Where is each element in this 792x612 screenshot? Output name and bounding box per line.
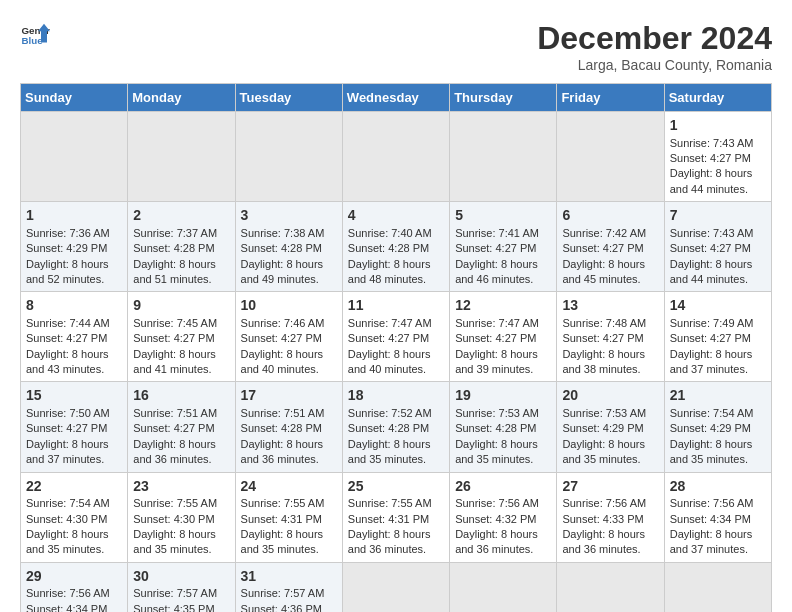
title-area: December 2024 Larga, Bacau County, Roman…: [537, 20, 772, 73]
day-number: 31: [241, 567, 337, 587]
day-info: Sunrise: 7:40 AM Sunset: 4:28 PM Dayligh…: [348, 226, 444, 288]
day-info: Sunrise: 7:56 AM Sunset: 4:32 PM Dayligh…: [455, 496, 551, 558]
day-info: Sunrise: 7:41 AM Sunset: 4:27 PM Dayligh…: [455, 226, 551, 288]
day-number: 1: [670, 116, 766, 136]
calendar-cell: 17Sunrise: 7:51 AM Sunset: 4:28 PM Dayli…: [235, 382, 342, 472]
calendar-cell: [342, 112, 449, 202]
calendar-cell: 19Sunrise: 7:53 AM Sunset: 4:28 PM Dayli…: [450, 382, 557, 472]
day-info: Sunrise: 7:38 AM Sunset: 4:28 PM Dayligh…: [241, 226, 337, 288]
day-number: 2: [133, 206, 229, 226]
day-info: Sunrise: 7:50 AM Sunset: 4:27 PM Dayligh…: [26, 406, 122, 468]
col-sunday: Sunday: [21, 84, 128, 112]
calendar-cell: 8Sunrise: 7:44 AM Sunset: 4:27 PM Daylig…: [21, 292, 128, 382]
calendar-cell: 20Sunrise: 7:53 AM Sunset: 4:29 PM Dayli…: [557, 382, 664, 472]
col-tuesday: Tuesday: [235, 84, 342, 112]
day-info: Sunrise: 7:49 AM Sunset: 4:27 PM Dayligh…: [670, 316, 766, 378]
calendar-cell: [450, 112, 557, 202]
day-number: 28: [670, 477, 766, 497]
day-info: Sunrise: 7:47 AM Sunset: 4:27 PM Dayligh…: [348, 316, 444, 378]
day-number: 22: [26, 477, 122, 497]
calendar-cell: 18Sunrise: 7:52 AM Sunset: 4:28 PM Dayli…: [342, 382, 449, 472]
calendar-cell: [557, 562, 664, 612]
calendar-cell: 5Sunrise: 7:41 AM Sunset: 4:27 PM Daylig…: [450, 202, 557, 292]
day-number: 13: [562, 296, 658, 316]
day-number: 16: [133, 386, 229, 406]
logo: General Blue: [20, 20, 50, 50]
calendar-cell: [21, 112, 128, 202]
week-row-5: 29Sunrise: 7:56 AM Sunset: 4:34 PM Dayli…: [21, 562, 772, 612]
day-info: Sunrise: 7:54 AM Sunset: 4:29 PM Dayligh…: [670, 406, 766, 468]
day-info: Sunrise: 7:54 AM Sunset: 4:30 PM Dayligh…: [26, 496, 122, 558]
calendar-cell: 31Sunrise: 7:57 AM Sunset: 4:36 PM Dayli…: [235, 562, 342, 612]
day-number: 9: [133, 296, 229, 316]
calendar-cell: 16Sunrise: 7:51 AM Sunset: 4:27 PM Dayli…: [128, 382, 235, 472]
day-info: Sunrise: 7:47 AM Sunset: 4:27 PM Dayligh…: [455, 316, 551, 378]
calendar-cell: [664, 562, 771, 612]
day-info: Sunrise: 7:37 AM Sunset: 4:28 PM Dayligh…: [133, 226, 229, 288]
day-info: Sunrise: 7:42 AM Sunset: 4:27 PM Dayligh…: [562, 226, 658, 288]
col-saturday: Saturday: [664, 84, 771, 112]
calendar-cell: [128, 112, 235, 202]
calendar-cell: 2Sunrise: 7:37 AM Sunset: 4:28 PM Daylig…: [128, 202, 235, 292]
day-number: 12: [455, 296, 551, 316]
col-thursday: Thursday: [450, 84, 557, 112]
day-info: Sunrise: 7:53 AM Sunset: 4:28 PM Dayligh…: [455, 406, 551, 468]
day-number: 6: [562, 206, 658, 226]
day-number: 30: [133, 567, 229, 587]
day-info: Sunrise: 7:56 AM Sunset: 4:34 PM Dayligh…: [26, 586, 122, 612]
day-number: 26: [455, 477, 551, 497]
day-info: Sunrise: 7:57 AM Sunset: 4:35 PM Dayligh…: [133, 586, 229, 612]
day-info: Sunrise: 7:51 AM Sunset: 4:27 PM Dayligh…: [133, 406, 229, 468]
calendar-cell: 21Sunrise: 7:54 AM Sunset: 4:29 PM Dayli…: [664, 382, 771, 472]
day-number: 17: [241, 386, 337, 406]
day-info: Sunrise: 7:48 AM Sunset: 4:27 PM Dayligh…: [562, 316, 658, 378]
subtitle: Larga, Bacau County, Romania: [537, 57, 772, 73]
calendar-cell: [557, 112, 664, 202]
day-info: Sunrise: 7:56 AM Sunset: 4:33 PM Dayligh…: [562, 496, 658, 558]
day-number: 24: [241, 477, 337, 497]
day-number: 5: [455, 206, 551, 226]
main-title: December 2024: [537, 20, 772, 57]
week-row-2: 8Sunrise: 7:44 AM Sunset: 4:27 PM Daylig…: [21, 292, 772, 382]
day-number: 11: [348, 296, 444, 316]
day-info: Sunrise: 7:55 AM Sunset: 4:31 PM Dayligh…: [241, 496, 337, 558]
day-number: 19: [455, 386, 551, 406]
calendar-cell: 11Sunrise: 7:47 AM Sunset: 4:27 PM Dayli…: [342, 292, 449, 382]
calendar-cell: 22Sunrise: 7:54 AM Sunset: 4:30 PM Dayli…: [21, 472, 128, 562]
day-number: 27: [562, 477, 658, 497]
calendar-cell: [450, 562, 557, 612]
day-info: Sunrise: 7:55 AM Sunset: 4:31 PM Dayligh…: [348, 496, 444, 558]
calendar-cell: 15Sunrise: 7:50 AM Sunset: 4:27 PM Dayli…: [21, 382, 128, 472]
calendar-cell: 25Sunrise: 7:55 AM Sunset: 4:31 PM Dayli…: [342, 472, 449, 562]
day-info: Sunrise: 7:53 AM Sunset: 4:29 PM Dayligh…: [562, 406, 658, 468]
day-info: Sunrise: 7:55 AM Sunset: 4:30 PM Dayligh…: [133, 496, 229, 558]
day-number: 1: [26, 206, 122, 226]
calendar-cell: 1Sunrise: 7:43 AM Sunset: 4:27 PM Daylig…: [664, 112, 771, 202]
calendar-cell: 12Sunrise: 7:47 AM Sunset: 4:27 PM Dayli…: [450, 292, 557, 382]
col-wednesday: Wednesday: [342, 84, 449, 112]
logo-icon: General Blue: [20, 20, 50, 50]
day-info: Sunrise: 7:57 AM Sunset: 4:36 PM Dayligh…: [241, 586, 337, 612]
day-number: 8: [26, 296, 122, 316]
calendar-cell: 29Sunrise: 7:56 AM Sunset: 4:34 PM Dayli…: [21, 562, 128, 612]
day-number: 18: [348, 386, 444, 406]
calendar-cell: 10Sunrise: 7:46 AM Sunset: 4:27 PM Dayli…: [235, 292, 342, 382]
day-number: 4: [348, 206, 444, 226]
day-info: Sunrise: 7:56 AM Sunset: 4:34 PM Dayligh…: [670, 496, 766, 558]
day-info: Sunrise: 7:45 AM Sunset: 4:27 PM Dayligh…: [133, 316, 229, 378]
week-row-0: 1Sunrise: 7:43 AM Sunset: 4:27 PM Daylig…: [21, 112, 772, 202]
day-number: 3: [241, 206, 337, 226]
calendar-cell: 4Sunrise: 7:40 AM Sunset: 4:28 PM Daylig…: [342, 202, 449, 292]
calendar-cell: 24Sunrise: 7:55 AM Sunset: 4:31 PM Dayli…: [235, 472, 342, 562]
calendar-cell: [235, 112, 342, 202]
day-info: Sunrise: 7:52 AM Sunset: 4:28 PM Dayligh…: [348, 406, 444, 468]
day-number: 14: [670, 296, 766, 316]
col-monday: Monday: [128, 84, 235, 112]
day-number: 23: [133, 477, 229, 497]
day-number: 29: [26, 567, 122, 587]
calendar-cell: 6Sunrise: 7:42 AM Sunset: 4:27 PM Daylig…: [557, 202, 664, 292]
calendar-cell: 3Sunrise: 7:38 AM Sunset: 4:28 PM Daylig…: [235, 202, 342, 292]
calendar-cell: 14Sunrise: 7:49 AM Sunset: 4:27 PM Dayli…: [664, 292, 771, 382]
calendar-cell: 26Sunrise: 7:56 AM Sunset: 4:32 PM Dayli…: [450, 472, 557, 562]
calendar-cell: [342, 562, 449, 612]
